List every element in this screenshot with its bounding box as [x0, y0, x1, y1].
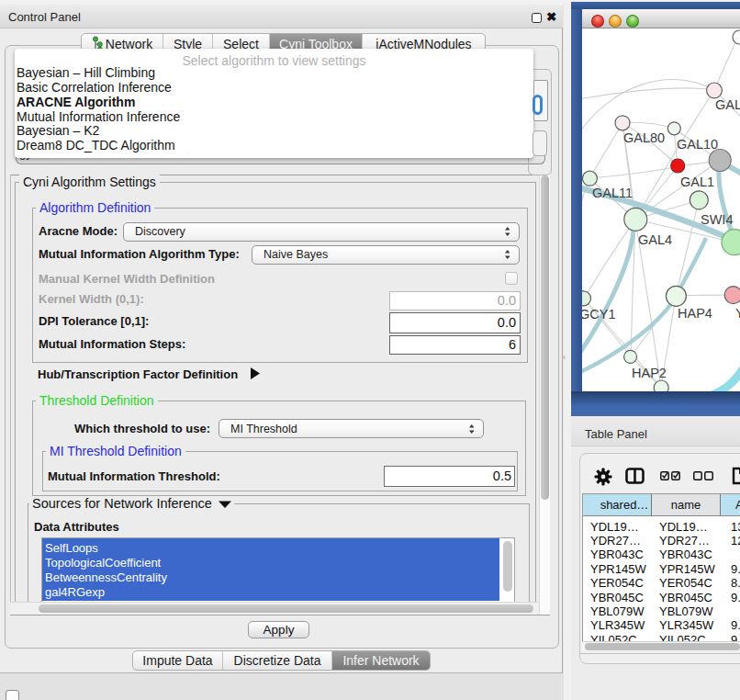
svg-text:GCY1: GCY1: [582, 307, 616, 322]
svg-text:HAP4: HAP4: [678, 306, 712, 321]
svg-text:GAL11: GAL11: [592, 186, 633, 200]
svg-text:YM: YM: [735, 306, 740, 321]
svg-text:GAL2: GAL2: [715, 97, 740, 112]
svg-text:GAL80: GAL80: [623, 130, 665, 145]
svg-text:GAL1: GAL1: [680, 175, 714, 189]
svg-text:GAL4: GAL4: [638, 232, 672, 247]
svg-text:HAP2: HAP2: [632, 366, 667, 380]
svg-text:GAL10: GAL10: [677, 137, 718, 152]
svg-text:SWI4: SWI4: [701, 212, 733, 227]
